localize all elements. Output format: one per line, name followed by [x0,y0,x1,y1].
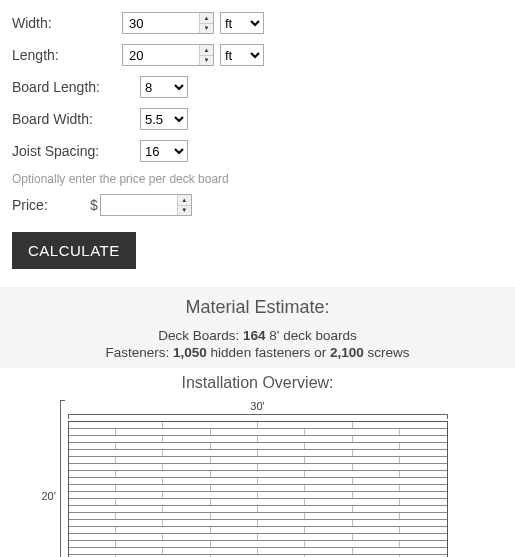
board-segment [353,436,447,442]
price-spinner[interactable]: ▲▼ [177,195,191,215]
price-label: Price: [12,197,90,213]
estimate-heading: Material Estimate: [8,297,507,318]
board-segment [353,422,447,428]
board-segment [69,471,117,477]
board-segment [116,485,211,491]
board-segment [116,457,211,463]
width-label: Width: [12,15,122,31]
board-segment [353,464,447,470]
board-segment [69,506,164,512]
board-segment [116,527,211,533]
board-segment [353,478,447,484]
board-segment [258,436,353,442]
board-segment [163,506,258,512]
board-segment [211,485,306,491]
board-segment [116,429,211,435]
board-segment [305,443,400,449]
board-row [69,520,447,527]
board-segment [116,513,211,519]
board-segment [163,534,258,540]
board-row [69,429,447,436]
board-row [69,541,447,548]
board-width-label: Board Width: [12,111,122,127]
board-row [69,450,447,457]
board-segment [400,513,447,519]
board-row [69,548,447,555]
length-unit-select[interactable]: ft [220,44,264,66]
board-segment [69,478,164,484]
board-segment [69,534,164,540]
board-segment [400,541,447,547]
board-row [69,485,447,492]
board-segment [69,422,164,428]
board-segment [211,513,306,519]
board-segment [353,548,447,554]
board-segment [305,541,400,547]
bracket-top [68,414,448,419]
board-segment [400,443,447,449]
board-row [69,499,447,506]
board-segment [258,464,353,470]
joist-spacing-select[interactable]: 16 [140,140,188,162]
board-segment [211,457,306,463]
board-segment [258,450,353,456]
board-segment [400,485,447,491]
board-row [69,513,447,520]
board-row [69,471,447,478]
bracket-left [60,400,65,557]
board-segment [163,450,258,456]
board-length-select[interactable]: 8 [140,76,188,98]
width-spinner[interactable]: ▲▼ [199,13,213,33]
board-segment [69,527,117,533]
board-segment [69,492,164,498]
board-row [69,534,447,541]
board-segment [305,429,400,435]
board-segment [116,443,211,449]
board-segment [163,436,258,442]
board-segment [258,506,353,512]
board-segment [305,527,400,533]
board-segment [69,541,117,547]
board-segment [353,520,447,526]
currency-symbol: $ [90,197,98,213]
board-row [69,492,447,499]
board-segment [116,499,211,505]
price-hint: Optionally enter the price per deck boar… [12,172,503,186]
material-estimate-panel: Material Estimate: Deck Boards: 164 8' d… [0,287,515,368]
board-segment [69,450,164,456]
board-segment [69,429,117,435]
installation-overview-panel: Installation Overview: 30' 20' Deck Boar… [0,368,515,557]
joist-spacing-label: Joist Spacing: [12,143,122,159]
board-segment [211,499,306,505]
board-segment [211,541,306,547]
overview-heading: Installation Overview: [10,374,505,392]
board-segment [163,520,258,526]
board-segment [353,450,447,456]
board-segment [400,429,447,435]
board-length-label: Board Length: [12,79,122,95]
width-unit-select[interactable]: ft [220,12,264,34]
board-segment [116,471,211,477]
board-segment [69,499,117,505]
length-spinner[interactable]: ▲▼ [199,45,213,65]
deck-grid [68,421,448,557]
board-segment [69,520,164,526]
board-segment [69,436,164,442]
board-width-select[interactable]: 5.5 [140,108,188,130]
calculate-button[interactable]: CALCULATE [12,232,136,269]
board-segment [211,471,306,477]
board-segment [353,492,447,498]
board-segment [69,513,117,519]
board-row [69,478,447,485]
board-segment [353,534,447,540]
board-segment [211,443,306,449]
estimate-fasteners: Fasteners: 1,050 hidden fasteners or 2,1… [8,345,507,360]
board-segment [400,499,447,505]
board-segment [211,527,306,533]
board-segment [258,478,353,484]
board-segment [258,520,353,526]
board-segment [305,485,400,491]
board-segment [163,464,258,470]
board-segment [163,478,258,484]
board-segment [400,471,447,477]
